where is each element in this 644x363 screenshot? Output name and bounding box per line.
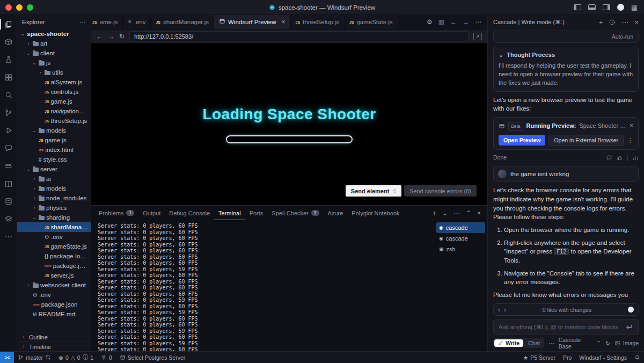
toolbar-more-icon[interactable]: ⋯ [548, 340, 554, 346]
tree-item[interactable]: ⚙.env [17, 290, 91, 300]
run-debug-icon[interactable] [0, 126, 17, 135]
chevron-down-icon[interactable]: ⌄ [32, 61, 37, 66]
write-mode-button[interactable]: Write [494, 339, 523, 347]
layout-grid-icon[interactable]: ▦ [631, 3, 638, 11]
tree-item[interactable]: npmpackage.json [17, 261, 91, 271]
settings-item[interactable]: Windsurf - Settings [575, 352, 631, 363]
tree-item[interactable]: ›utils [17, 68, 91, 77]
chevron-down-icon[interactable]: ⌄ [32, 128, 37, 133]
panel-tab-ports[interactable]: Ports [245, 206, 268, 220]
chevron-down-icon[interactable]: ⌄ [20, 32, 25, 37]
editor-tab[interactable]: JSame.js [91, 15, 123, 29]
maximize-panel-icon[interactable]: ⌃ [466, 209, 471, 217]
url-input[interactable] [129, 31, 469, 41]
tree-item[interactable]: ⚙.env [17, 232, 91, 242]
navigate-back-icon[interactable]: ← [450, 18, 457, 26]
preview-card-kebab-icon[interactable]: ⋮ [627, 136, 634, 145]
notifications-item[interactable] [631, 352, 644, 363]
tree-item[interactable]: ⌄sharding [17, 213, 91, 222]
chevron-right-icon[interactable]: › [32, 196, 37, 201]
refresh-model-icon[interactable]: ↻ [605, 340, 610, 346]
tree-item[interactable]: ›node_modules [17, 193, 91, 203]
terminal-item[interactable]: ▣zsh [436, 244, 485, 255]
prev-change-icon[interactable]: ‹ [498, 306, 500, 314]
attach-image-button[interactable]: Image [614, 340, 639, 346]
thought-process-header[interactable]: ⌄ Thought Process [499, 51, 633, 60]
tree-item[interactable]: ⌄server [17, 164, 91, 174]
model-selector[interactable]: Cascade Base ⌃ [559, 337, 601, 350]
chevron-right-icon[interactable]: › [32, 186, 37, 191]
git-branch-item[interactable]: master [14, 352, 55, 363]
tree-item[interactable]: ⌄client [17, 48, 91, 58]
open-external-browser-button[interactable]: Open in External Browser [548, 135, 624, 146]
p5-server-item[interactable]: ★ P5 Server [519, 352, 559, 363]
chevron-right-icon[interactable]: › [32, 206, 37, 210]
editor-tab[interactable]: ⚙.env [123, 15, 151, 29]
panel-tab-spell-checker[interactable]: Spell Checker1 [267, 206, 323, 220]
more-actions-icon[interactable] [0, 233, 17, 241]
usage-stats-icon[interactable] [632, 155, 639, 161]
close-window-button[interactable] [5, 4, 12, 11]
tree-item[interactable]: ›models [17, 184, 91, 193]
tree-item[interactable]: JSgameState.js [17, 242, 91, 251]
navigate-forward-icon[interactable]: → [463, 18, 469, 26]
problems-item[interactable]: ⊗ 0 △ 0 ⓘ 1 [55, 352, 97, 363]
database-icon[interactable] [0, 197, 17, 206]
tree-item[interactable]: JSaiSystem.js [17, 77, 91, 87]
timeline-section[interactable]: › Timeline [17, 342, 91, 351]
tree-item[interactable]: JSgame.js [17, 97, 91, 106]
send-console-errors-button[interactable]: Send console errors (0) [404, 185, 477, 197]
explorer-more-icon[interactable]: ⋯ [80, 18, 86, 26]
zoom-window-button[interactable] [27, 4, 33, 11]
terminal-profile-chevron-icon[interactable]: ⌄ [442, 209, 448, 217]
tree-item[interactable]: {}package-lock.j... [17, 251, 91, 261]
panel-tab-terminal[interactable]: Terminal [214, 206, 245, 220]
testing-icon[interactable] [0, 55, 17, 64]
browser-back-icon[interactable]: ← [97, 33, 103, 40]
chevron-down-icon[interactable]: ⌄ [26, 167, 31, 172]
tree-item[interactable]: JSgame.js [17, 135, 91, 145]
tree-item[interactable]: JScontrols.js [17, 87, 91, 97]
cascade-input[interactable] [499, 324, 623, 330]
history-icon[interactable] [609, 19, 616, 26]
tree-item[interactable]: JSserver.js [17, 271, 91, 280]
file-tree[interactable]: ⌄space-shooter›art⌄client⌄js›utilsJSaiSy… [17, 29, 91, 332]
minimize-window-button[interactable] [16, 4, 23, 11]
terminal-item[interactable]: ◉cascade [436, 222, 485, 233]
tree-item[interactable]: ›ai [17, 174, 91, 184]
chevron-right-icon[interactable]: › [38, 70, 43, 75]
open-external-icon[interactable]: ↗ [473, 33, 482, 40]
cascade-more-icon[interactable]: ⋯ [621, 18, 628, 26]
close-panel-icon[interactable]: × [477, 209, 481, 217]
outline-section[interactable]: › Outline [17, 332, 91, 342]
tree-item[interactable]: npmpackage.json [17, 300, 91, 309]
ports-item[interactable]: 0 [97, 352, 116, 363]
close-preview-card-icon[interactable]: × [630, 121, 633, 130]
chevron-right-icon[interactable]: › [26, 41, 31, 46]
settings-gear-icon[interactable]: ⚙ [427, 18, 433, 26]
extensions-icon[interactable] [0, 73, 17, 82]
new-conversation-icon[interactable]: + [599, 18, 603, 26]
chat-mode-button[interactable]: Chat [525, 339, 543, 347]
remote-indicator[interactable]: >< [0, 352, 14, 363]
open-preview-button[interactable]: Open Preview [499, 135, 545, 146]
chevron-right-icon[interactable]: › [32, 177, 37, 182]
tree-item[interactable]: ›websocket-client [17, 280, 91, 290]
panel-tab-debug-console[interactable]: Debug Console [165, 206, 214, 220]
send-message-icon[interactable]: ↵ [626, 322, 633, 332]
close-cascade-icon[interactable]: × [634, 18, 639, 26]
source-control-icon[interactable] [0, 108, 17, 117]
chevron-down-icon[interactable]: ⌄ [26, 51, 31, 56]
send-element-button[interactable]: Send element ☝ [346, 185, 401, 197]
tree-item[interactable]: ⌄models [17, 126, 91, 135]
tree-item[interactable]: ›physics [17, 203, 91, 213]
toggle-right-sidebar-icon[interactable] [603, 4, 610, 10]
account-avatar[interactable] [617, 4, 624, 11]
auto-run-button[interactable]: Auto-run [493, 31, 639, 43]
packages-icon[interactable] [0, 38, 17, 46]
search-icon[interactable] [0, 91, 17, 99]
terminal-item[interactable]: ◉cascade [436, 233, 485, 244]
comments-icon[interactable] [0, 144, 17, 153]
browser-reload-icon[interactable]: ↻ [119, 33, 125, 40]
tree-item[interactable]: JSnavigationSys... [17, 106, 91, 116]
